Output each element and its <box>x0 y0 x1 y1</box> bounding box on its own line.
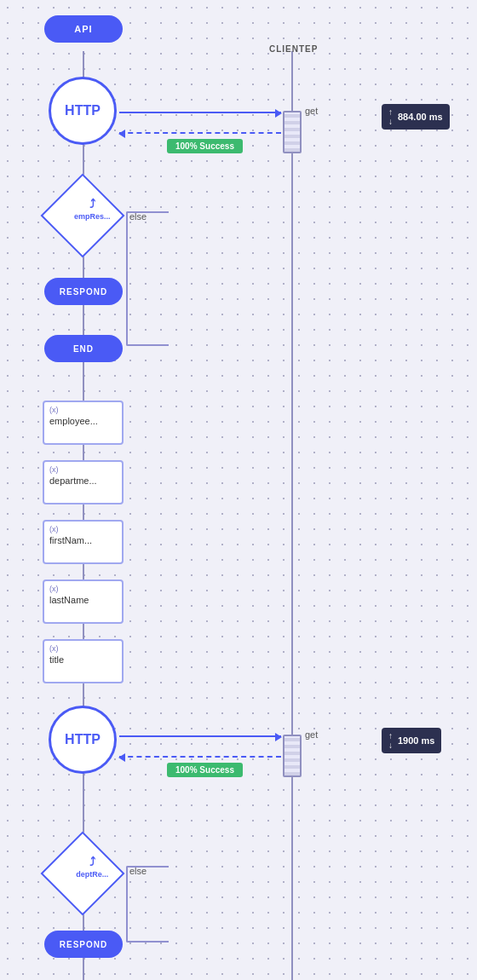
var-box-lastname[interactable]: (x) lastName <box>43 579 124 624</box>
var-box-employee[interactable]: (x) employee... <box>43 401 124 445</box>
var-box-title[interactable]: (x) title <box>43 639 124 683</box>
client-flow-line <box>291 51 293 980</box>
else-box-1 <box>126 211 169 346</box>
clientep-label: CLIENTEP <box>269 44 318 54</box>
else-box-2 <box>126 866 169 943</box>
http-node-2[interactable]: HTTP <box>49 706 117 774</box>
endpoint-box-1 <box>283 111 302 153</box>
arrow-endpoint-to-http-1 <box>119 132 281 134</box>
time-badge-2: ↑ ↓ 1900 ms <box>382 728 441 753</box>
var-box-department[interactable]: (x) departme... <box>43 460 124 504</box>
diagram-container: CLIENTEP API HTTP get 100% Success ↑ ↓ 8… <box>0 0 477 980</box>
arrow-http-to-endpoint-2 <box>119 735 281 737</box>
http-node-1[interactable]: HTTP <box>49 77 117 145</box>
success-badge-1: 100% Success <box>167 139 243 153</box>
time-badge-1: ↑ ↓ 884.00 ms <box>382 104 450 130</box>
endpoint-box-2 <box>283 735 302 777</box>
respond-node-2[interactable]: RESPOND <box>44 931 123 958</box>
diamond-node-2[interactable]: ⤴ deptRe... <box>41 832 125 916</box>
success-badge-2: 100% Success <box>167 763 243 777</box>
get-label-2: get <box>305 729 318 740</box>
var-box-firstname[interactable]: (x) firstNam... <box>43 520 124 564</box>
diamond-node-1[interactable]: ⤴ empRes... <box>41 174 125 258</box>
arrow-http-to-endpoint-1 <box>119 112 281 113</box>
respond-node-1[interactable]: RESPOND <box>44 278 123 305</box>
get-label-1: get <box>305 106 318 116</box>
end-node[interactable]: END <box>44 335 123 362</box>
arrow-endpoint-to-http-2 <box>119 756 281 758</box>
else-label-2: else <box>129 866 147 876</box>
else-label-1: else <box>129 211 147 222</box>
api-node[interactable]: API <box>44 15 123 43</box>
